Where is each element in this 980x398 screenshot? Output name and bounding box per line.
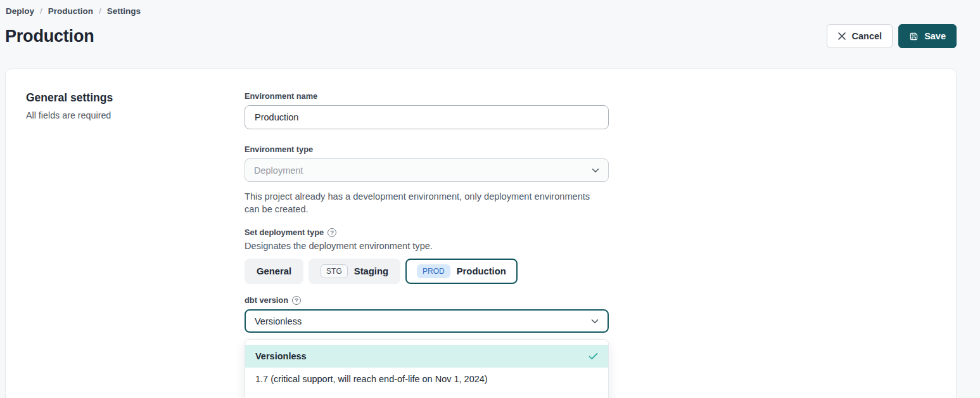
deployment-type-label-text: Set deployment type (245, 228, 324, 237)
deployment-type-general-button[interactable]: General (245, 259, 303, 284)
question-circle-icon[interactable]: ? (328, 228, 336, 237)
option-label: 1.7 (critical support, will reach end-of… (255, 374, 488, 384)
environment-settings-form: Environment name Environment type Deploy… (245, 91, 609, 398)
breadcrumb-deploy[interactable]: Deploy (6, 6, 34, 16)
floppy-disk-icon (909, 32, 919, 41)
dbt-version-value: Versionless (255, 316, 302, 326)
environment-name-input[interactable] (245, 105, 609, 129)
section-subtitle: All fields are required (26, 110, 245, 120)
staging-button-label: Staging (354, 266, 388, 276)
dbt-version-option-versionless[interactable]: Versionless (245, 345, 608, 368)
section-title: General settings (26, 91, 245, 105)
environment-type-select[interactable]: Deployment (245, 158, 609, 182)
header-actions: Cancel Save (827, 24, 957, 48)
x-icon (837, 32, 846, 41)
environment-name-field: Environment name (245, 91, 609, 129)
environment-type-field: Environment type Deployment This project… (245, 144, 609, 215)
general-settings-card: General settings All fields are required… (5, 68, 957, 398)
breadcrumb-settings[interactable]: Settings (107, 6, 141, 16)
dbt-version-dropdown: Versionless 1.7 (critical support, will … (245, 339, 609, 398)
dbt-version-field: dbt version ? Versionless Versionless (245, 295, 609, 398)
deployment-type-label: Set deployment type ? (245, 228, 609, 237)
environment-type-label: Environment type (245, 144, 609, 154)
save-button[interactable]: Save (898, 24, 957, 48)
general-button-label: General (257, 266, 291, 276)
deployment-type-options: General STG Staging PROD Production (245, 259, 609, 284)
section-heading: General settings All fields are required (26, 91, 245, 120)
deployment-type-description: Designates the deployment environment ty… (245, 241, 609, 251)
chevron-down-icon (591, 319, 599, 324)
save-button-label: Save (924, 31, 946, 41)
breadcrumb: Deploy / Production / Settings (5, 6, 957, 16)
dbt-version-option-1-6[interactable]: 1.6 (critical support, will reach end-of… (245, 390, 608, 398)
staging-badge: STG (321, 264, 348, 278)
check-icon (589, 352, 598, 360)
prod-badge: PROD (417, 264, 450, 278)
dbt-version-label-text: dbt version (245, 295, 288, 305)
option-label: Versionless (255, 351, 307, 361)
cancel-button[interactable]: Cancel (827, 24, 893, 48)
environment-type-value: Deployment (254, 165, 303, 176)
dbt-version-label: dbt version ? (245, 295, 609, 305)
production-button-label: Production (457, 266, 506, 276)
page-header: Production Cancel Save (5, 24, 957, 48)
environment-type-helper: This project already has a development e… (245, 190, 592, 215)
question-circle-icon[interactable]: ? (292, 296, 301, 305)
deployment-type-field: Set deployment type ? Designates the dep… (245, 228, 609, 284)
breadcrumb-separator: / (99, 6, 101, 16)
page-title: Production (5, 27, 94, 46)
deployment-type-production-button[interactable]: PROD Production (405, 259, 518, 284)
dbt-version-select[interactable]: Versionless (245, 309, 609, 333)
chevron-down-icon (592, 168, 599, 173)
cancel-button-label: Cancel (852, 31, 882, 41)
breadcrumb-separator: / (40, 6, 42, 16)
breadcrumb-production[interactable]: Production (48, 6, 93, 16)
environment-name-label: Environment name (245, 91, 609, 101)
deployment-type-staging-button[interactable]: STG Staging (309, 259, 400, 284)
dbt-version-option-1-7[interactable]: 1.7 (critical support, will reach end-of… (245, 368, 608, 390)
page: Deploy / Production / Settings Productio… (0, 0, 980, 398)
